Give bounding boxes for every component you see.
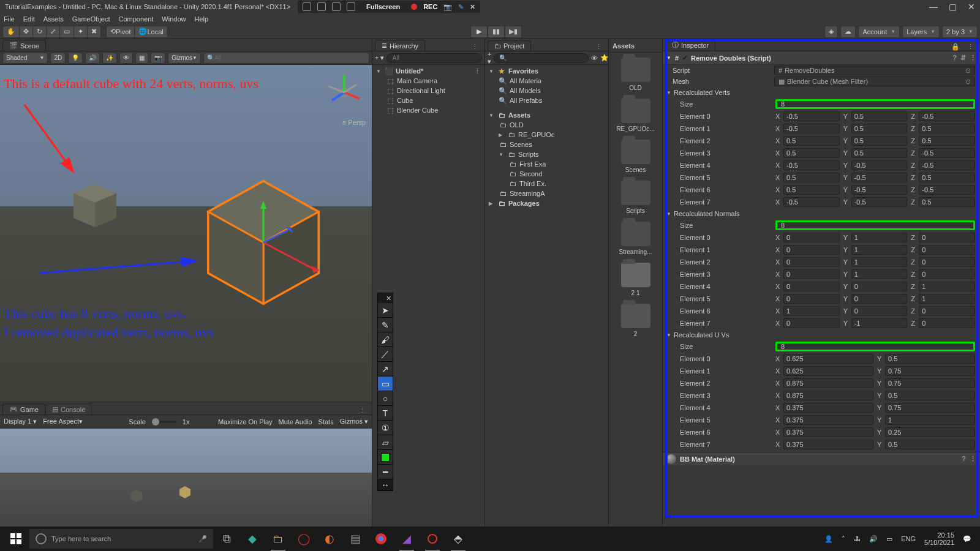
enable-checkbox[interactable]: ✔ xyxy=(682,54,687,61)
x-field[interactable]: 0.625 xyxy=(783,366,873,376)
help-icon[interactable]: ? xyxy=(962,455,966,463)
favorite-item[interactable]: 🔍All Models xyxy=(485,86,608,96)
asset-tile[interactable]: OLD xyxy=(609,53,662,94)
y-field[interactable]: 1 xyxy=(851,269,908,279)
x-field[interactable]: 0 xyxy=(783,245,840,255)
tray-network-icon[interactable]: 🖧 xyxy=(854,535,861,542)
y-field[interactable]: 1 xyxy=(885,415,975,425)
asset-tile[interactable]: Scenes xyxy=(609,135,662,176)
pause-button[interactable]: ▮▮ xyxy=(488,26,505,38)
folder-item[interactable]: ▼🗀Scripts xyxy=(485,149,608,159)
arrow-tool[interactable]: ↗ xyxy=(378,362,393,377)
layers-dropdown[interactable]: Layers▼ xyxy=(902,26,940,38)
z-field[interactable]: 0 xyxy=(919,245,975,255)
array-element-row[interactable]: Element 3X0.875Y0.5 xyxy=(663,389,980,402)
array-element-row[interactable]: Element 4X0.375Y0.75 xyxy=(663,402,980,414)
object-picker-icon[interactable]: ⊙ xyxy=(965,78,971,86)
x-field[interactable]: 0.875 xyxy=(783,391,873,400)
array-element-row[interactable]: Element 1X0Y1Z0 xyxy=(663,244,980,256)
hierarchy-search[interactable] xyxy=(386,53,482,63)
rec-text[interactable]: REC xyxy=(423,3,437,10)
layout-dropdown[interactable]: 2 by 3▼ xyxy=(942,26,978,38)
array-element-row[interactable]: Element 3X0Y1Z0 xyxy=(663,268,980,280)
pointer-tool[interactable]: ➤ xyxy=(378,303,393,318)
scene-view[interactable]: This is a default cube with 24 verts, no… xyxy=(0,65,372,402)
array-element-row[interactable]: Element 5X0.375Y1 xyxy=(663,414,980,426)
x-field[interactable]: 0.375 xyxy=(783,403,873,413)
number-tool[interactable]: ① xyxy=(378,421,393,435)
array-element-row[interactable]: Element 6X0.375Y0.25 xyxy=(663,426,980,438)
uvs-header[interactable]: ▼Recalculated U Vs xyxy=(663,329,980,340)
x-field[interactable]: 0.5 xyxy=(783,173,840,182)
task-view-icon[interactable]: ⧉ xyxy=(214,527,239,551)
maximize-icon[interactable]: ▢ xyxy=(949,2,957,12)
y-field[interactable]: 0.75 xyxy=(885,378,975,388)
array-element-row[interactable]: Element 2X0.875Y0.75 xyxy=(663,377,980,389)
array-element-row[interactable]: Element 5X0.5Y-0.5Z0.5 xyxy=(663,171,980,184)
start-button[interactable] xyxy=(4,527,28,551)
project-tab[interactable]: 🗀Project xyxy=(488,40,531,51)
y-field[interactable]: 0.5 xyxy=(885,391,975,400)
rec-fullscreen-button[interactable]: Fullscreen xyxy=(361,3,405,10)
x-field[interactable]: 0 xyxy=(783,269,840,279)
y-field[interactable]: -0.5 xyxy=(851,160,908,170)
y-field[interactable]: 0 xyxy=(851,282,908,291)
object-picker-icon[interactable]: ⊙ xyxy=(965,67,971,75)
move-tool[interactable]: ✥ xyxy=(19,26,32,38)
rec-layout-icon-4[interactable] xyxy=(347,2,355,11)
z-field[interactable]: -0.5 xyxy=(919,160,975,170)
panel-menu-icon[interactable]: ⋮ xyxy=(963,43,978,51)
scale-slider[interactable] xyxy=(152,421,176,423)
x-field[interactable]: 1 xyxy=(783,306,840,316)
tray-battery-icon[interactable]: ▭ xyxy=(886,535,892,543)
x-field[interactable]: 0.375 xyxy=(783,427,873,437)
asset-tile[interactable]: Scripts xyxy=(609,176,662,217)
minimize-icon[interactable]: — xyxy=(929,2,938,12)
close-icon[interactable]: ✕ xyxy=(968,2,975,12)
tray-clock[interactable]: 20:155/10/2021 xyxy=(924,531,954,546)
cloud-button[interactable]: ☁ xyxy=(840,26,856,38)
z-field[interactable]: 1 xyxy=(919,294,975,304)
folder-item[interactable]: 🗀Third Ex. xyxy=(485,179,608,189)
custom-tool[interactable]: ✖ xyxy=(87,26,101,38)
menu-component[interactable]: Component xyxy=(118,15,153,23)
x-field[interactable]: 0.5 xyxy=(783,136,840,146)
hierarchy-item[interactable]: ⬚Main Camera xyxy=(372,76,484,86)
x-field[interactable]: 0 xyxy=(783,318,840,328)
line-tool[interactable]: ／ xyxy=(378,347,393,362)
aspect-dropdown[interactable]: Free Aspect▾ xyxy=(43,418,123,425)
mesh-field[interactable]: Mesh ▦Blender Cube (Mesh Filter)⊙ xyxy=(663,76,980,87)
array-element-row[interactable]: Element 1X-0.5Y0.5Z0.5 xyxy=(663,122,980,135)
camera-settings[interactable]: 📷 xyxy=(151,53,165,64)
component-header[interactable]: ▼ # ✔ Remove Doubles (Script) ?⇵⋮ xyxy=(663,51,980,65)
z-field[interactable]: 0 xyxy=(919,306,975,316)
y-field[interactable]: 0.5 xyxy=(851,124,908,133)
y-field[interactable]: 1 xyxy=(851,233,908,242)
maximize-toggle[interactable]: Maximize On Play xyxy=(218,418,273,425)
hand-tool[interactable]: ✋ xyxy=(2,26,19,38)
overlay-toggle[interactable]: ▦ xyxy=(135,53,148,64)
y-field[interactable]: 0 xyxy=(851,306,908,316)
x-field[interactable]: 0 xyxy=(783,233,840,242)
folder-item[interactable]: 🗀First Exa xyxy=(485,159,608,169)
x-field[interactable]: 0.625 xyxy=(783,354,873,364)
y-field[interactable]: 0.5 xyxy=(885,354,975,364)
chrome-icon[interactable] xyxy=(369,527,393,551)
hierarchy-item[interactable]: ⬚Cube xyxy=(372,96,484,105)
component-menu-icon[interactable]: ⋮ xyxy=(970,54,976,62)
rec-layout-icon-1[interactable] xyxy=(303,2,311,11)
help-icon[interactable]: ? xyxy=(952,54,957,62)
norms-size-row[interactable]: Size8 xyxy=(663,219,980,231)
array-element-row[interactable]: Element 2X0Y1Z0 xyxy=(663,256,980,268)
z-field[interactable]: 0 xyxy=(919,257,975,267)
pivot-toggle[interactable]: ⟲ Pivot xyxy=(106,26,134,38)
app-icon[interactable]: ◆ xyxy=(240,527,265,551)
x-field[interactable]: 0.5 xyxy=(783,185,840,195)
favorites-header[interactable]: ▼★Favorites xyxy=(485,66,608,76)
lighting-toggle[interactable]: 💡 xyxy=(68,53,83,64)
draw-mode-dropdown[interactable]: Shaded ▼ xyxy=(2,53,48,64)
blender-icon[interactable]: ◐ xyxy=(317,527,342,551)
collab-button[interactable]: ◈ xyxy=(824,26,838,38)
x-field[interactable]: -0.5 xyxy=(783,111,840,121)
verts-size-row[interactable]: Size8 xyxy=(663,98,980,110)
